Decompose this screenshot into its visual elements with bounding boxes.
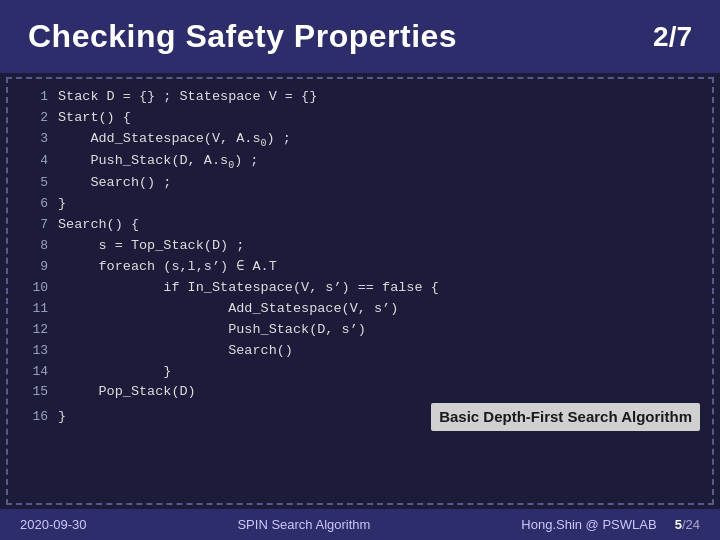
line-num-14: 14 — [20, 362, 48, 382]
code-text-6: } — [58, 194, 66, 215]
code-text-7: Search() { — [58, 215, 139, 236]
code-line-3: 3 Add_Statespace(V, A.s0) ; — [20, 129, 700, 151]
line-num-3: 3 — [20, 129, 48, 149]
line-num-5: 5 — [20, 173, 48, 193]
line-num-2: 2 — [20, 108, 48, 128]
code-text-8: s = Top_Stack(D) ; — [58, 236, 244, 257]
line-num-10: 10 — [20, 278, 48, 298]
line-num-6: 6 — [20, 194, 48, 214]
content-area: 1 Stack D = {} ; Statespace V = {} 2 Sta… — [6, 77, 714, 505]
code-text-16: } — [58, 407, 66, 428]
footer-page-total: /24 — [682, 517, 700, 532]
code-line-13: 13 Search() — [20, 341, 700, 362]
code-text-10: if In_Statespace(V, s’) == false { — [58, 278, 439, 299]
code-text-14: } — [58, 362, 171, 383]
footer-topic: SPIN Search Algorithm — [237, 517, 370, 532]
code-line-15: 15 Pop_Stack(D) — [20, 382, 700, 403]
code-line-16: 16 } Basic Depth-First Search Algorithm — [20, 403, 700, 430]
code-line-5: 5 Search() ; — [20, 173, 700, 194]
footer-author: Hong.Shin @ PSWLAB 5/24 — [521, 517, 700, 532]
code-text-1: Stack D = {} ; Statespace V = {} — [58, 87, 317, 108]
code-line-10: 10 if In_Statespace(V, s’) == false { — [20, 278, 700, 299]
line-num-8: 8 — [20, 236, 48, 256]
footer-date: 2020-09-30 — [20, 517, 87, 532]
code-line-11: 11 Add_Statespace(V, s’) — [20, 299, 700, 320]
code-line-2: 2 Start() { — [20, 108, 700, 129]
code-line-8: 8 s = Top_Stack(D) ; — [20, 236, 700, 257]
code-line-14: 14 } — [20, 362, 700, 383]
code-line-7: 7 Search() { — [20, 215, 700, 236]
code-text-2: Start() { — [58, 108, 131, 129]
footer-author-name: Hong.Shin @ PSWLAB — [521, 517, 656, 532]
code-line-12: 12 Push_Stack(D, s’) — [20, 320, 700, 341]
code-line-9: 9 foreach (s,l,s’) ∈ A.T — [20, 257, 700, 278]
code-line-4: 4 Push_Stack(D, A.s0) ; — [20, 151, 700, 173]
line-num-15: 15 — [20, 382, 48, 402]
line-num-9: 9 — [20, 257, 48, 277]
line-num-16: 16 — [20, 407, 48, 427]
line-num-1: 1 — [20, 87, 48, 107]
slide-title: Checking Safety Properties — [28, 18, 457, 55]
code-text-3: Add_Statespace(V, A.s0) ; — [58, 129, 291, 151]
code-line-1: 1 Stack D = {} ; Statespace V = {} — [20, 87, 700, 108]
algorithm-caption: Basic Depth-First Search Algorithm — [431, 403, 700, 430]
line-num-4: 4 — [20, 151, 48, 171]
code-text-12: Push_Stack(D, s’) — [58, 320, 366, 341]
code-text-5: Search() ; — [58, 173, 171, 194]
line-num-11: 11 — [20, 299, 48, 319]
code-text-13: Search() — [58, 341, 293, 362]
slide-header: Checking Safety Properties 2/7 — [0, 0, 720, 73]
slide: Checking Safety Properties 2/7 1 Stack D… — [0, 0, 720, 540]
code-text-15: Pop_Stack(D) — [58, 382, 196, 403]
line-num-7: 7 — [20, 215, 48, 235]
code-text-4: Push_Stack(D, A.s0) ; — [58, 151, 258, 173]
code-text-9: foreach (s,l,s’) ∈ A.T — [58, 257, 277, 278]
line-num-13: 13 — [20, 341, 48, 361]
footer-page-num: 5 — [675, 517, 682, 532]
code-block: 1 Stack D = {} ; Statespace V = {} 2 Sta… — [20, 87, 700, 431]
slide-footer: 2020-09-30 SPIN Search Algorithm Hong.Sh… — [0, 509, 720, 540]
code-text-11: Add_Statespace(V, s’) — [58, 299, 398, 320]
slide-page: 2/7 — [653, 21, 692, 53]
code-line-6: 6 } — [20, 194, 700, 215]
line-num-12: 12 — [20, 320, 48, 340]
